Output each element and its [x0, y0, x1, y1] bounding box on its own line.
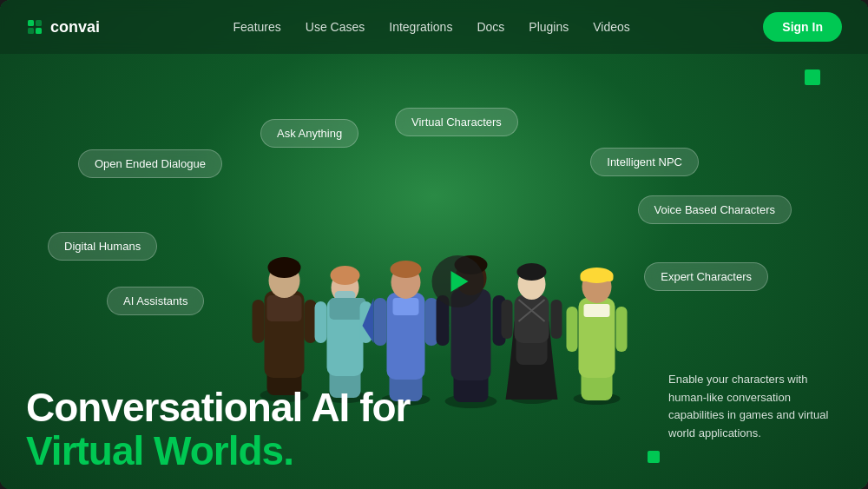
tag-virtual-characters[interactable]: Virtual Characters — [395, 108, 518, 136]
char-warrior — [253, 257, 317, 402]
hero-text: Conversational AI for Virtual Worlds. — [26, 386, 410, 473]
svg-rect-54 — [567, 307, 578, 352]
svg-rect-40 — [515, 295, 549, 343]
svg-rect-0 — [28, 20, 34, 26]
svg-rect-55 — [616, 307, 628, 352]
navbar: convai Features Use Cases Integrations D… — [0, 0, 868, 54]
nav-docs[interactable]: Docs — [477, 20, 504, 34]
logo-icon — [26, 18, 43, 36]
svg-point-9 — [268, 257, 301, 278]
tag-ask-anything[interactable]: Ask Anything — [260, 119, 358, 148]
svg-rect-2 — [28, 28, 34, 34]
tag-ai-assistants[interactable]: AI Assistants — [107, 287, 204, 315]
page-wrapper: convai Features Use Cases Integrations D… — [0, 0, 868, 489]
svg-point-44 — [517, 263, 547, 281]
char-worker — [567, 268, 628, 405]
svg-rect-3 — [36, 28, 42, 34]
svg-rect-7 — [267, 295, 302, 321]
brand-name: convai — [50, 18, 100, 36]
nav-integrations[interactable]: Integrations — [389, 20, 452, 34]
svg-rect-11 — [305, 300, 317, 343]
svg-rect-50 — [584, 304, 610, 317]
svg-rect-27 — [374, 298, 387, 346]
tag-voice-based-characters[interactable]: Voice Based Characters — [638, 195, 792, 224]
nav-plugins[interactable]: Plugins — [529, 20, 569, 34]
hero-title-line2: Virtual Worlds. — [26, 429, 410, 473]
play-button[interactable] — [432, 255, 484, 307]
tag-open-ended-dialogue[interactable]: Open Ended Dialogue — [78, 149, 222, 178]
characters-group — [220, 152, 697, 421]
tag-expert-characters[interactable]: Expert Characters — [644, 262, 768, 291]
hero-title-line1: Conversational AI for — [26, 386, 410, 430]
hero-section: Ask Anything Virtual Characters Open End… — [0, 54, 868, 489]
svg-rect-28 — [425, 298, 438, 346]
svg-rect-1 — [36, 20, 42, 26]
nav-features[interactable]: Features — [233, 20, 281, 34]
tag-intelligent-npc[interactable]: Intelligent NPC — [590, 148, 699, 176]
svg-rect-53 — [581, 274, 614, 281]
svg-point-16 — [331, 266, 360, 285]
svg-rect-45 — [502, 300, 513, 339]
svg-rect-46 — [551, 300, 562, 339]
tag-digital-humans[interactable]: Digital Humans — [48, 232, 157, 261]
svg-rect-24 — [393, 298, 419, 315]
logo[interactable]: convai — [26, 18, 100, 36]
nav-use-cases[interactable]: Use Cases — [306, 20, 365, 34]
svg-point-26 — [391, 261, 422, 278]
char-surgeon — [315, 266, 372, 403]
char-gothic — [502, 263, 562, 404]
nav-videos[interactable]: Videos — [593, 20, 630, 34]
hero-description: Enable your characters with human-like c… — [668, 371, 842, 443]
svg-rect-10 — [253, 300, 265, 343]
svg-rect-19 — [315, 301, 327, 343]
sign-in-button[interactable]: Sign In — [763, 12, 842, 42]
nav-links: Features Use Cases Integrations Docs Plu… — [233, 20, 630, 34]
